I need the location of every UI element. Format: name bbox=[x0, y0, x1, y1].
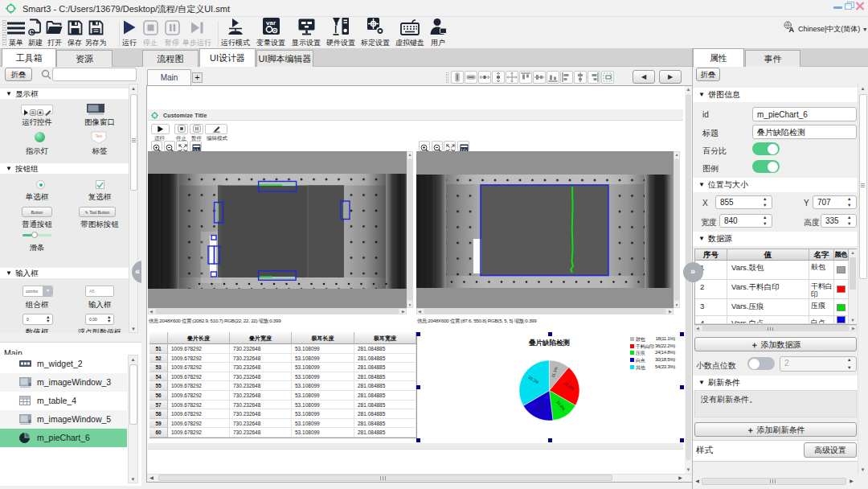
svg-text:A: A bbox=[789, 26, 795, 33]
svg-text:var: var bbox=[265, 19, 275, 27]
svg-text:Text: Text bbox=[96, 134, 103, 138]
